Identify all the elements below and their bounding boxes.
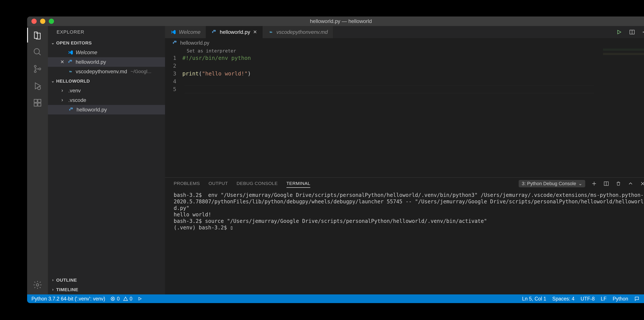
- status-language-mode[interactable]: Python: [612, 296, 628, 302]
- svg-point-12: [70, 60, 70, 61]
- panel-tab-bar: PROBLEMSOUTPUTDEBUG CONSOLETERMINAL 3: P…: [165, 178, 644, 190]
- terminal-output[interactable]: bash-3.2$ env "/Users/jemurray/Google Dr…: [165, 190, 644, 294]
- split-terminal-icon[interactable]: [603, 180, 610, 187]
- svg-point-18: [643, 32, 644, 33]
- chevron-right-icon: ›: [50, 278, 56, 282]
- timeline-header[interactable]: › TIMELINE: [48, 285, 165, 294]
- settings-gear-icon[interactable]: [32, 280, 43, 290]
- explorer-icon[interactable]: [32, 30, 43, 40]
- minimap[interactable]: [603, 48, 644, 55]
- split-editor-icon[interactable]: [628, 28, 636, 36]
- tab-label: vscodepythonvenv.md: [276, 29, 328, 35]
- markdown-file-icon: [268, 29, 274, 35]
- activity-bar: [27, 26, 48, 294]
- tab-bar: Welcomehelloworld.py✕vscodepythonvenv.md: [165, 26, 644, 38]
- status-python-interpreter[interactable]: Python 3.7.2 64-bit ('.venv': venv): [32, 296, 105, 302]
- svg-point-2: [34, 65, 36, 67]
- open-editor-path: ~/Googl...: [130, 69, 151, 74]
- folder-item[interactable]: ›.vscode: [48, 96, 165, 105]
- editor-group: Welcomehelloworld.py✕vscodepythonvenv.md: [165, 26, 644, 294]
- tab-label: Welcome: [179, 29, 200, 35]
- status-run-icon[interactable]: [138, 296, 142, 301]
- maximize-panel-icon[interactable]: [627, 180, 634, 187]
- python-file-icon: [172, 40, 178, 46]
- explorer-sidebar: EXPLORER ⌄ OPEN EDITORS Welcome✕hellowor…: [48, 26, 165, 294]
- terminal-selector[interactable]: 3: Python Debug Console ⌄: [519, 180, 585, 187]
- current-line-highlight: [184, 86, 594, 93]
- tree-item-label: .venv: [68, 88, 81, 94]
- panel-tab-debug-console[interactable]: DEBUG CONSOLE: [236, 180, 278, 188]
- file-item[interactable]: helloworld.py: [48, 105, 165, 114]
- line-number: 4: [165, 78, 182, 86]
- extensions-icon[interactable]: [32, 98, 43, 108]
- vscode-window: helloworld.py — helloworld: [27, 16, 644, 303]
- tree-item-label: helloworld.py: [76, 107, 107, 113]
- run-debug-icon[interactable]: [32, 81, 43, 91]
- status-problems[interactable]: 0 0: [110, 296, 132, 302]
- status-bar: Python 3.7.2 64-bit ('.venv': venv) 0 0 …: [27, 294, 644, 303]
- title-bar: helloworld.py — helloworld: [27, 16, 644, 26]
- open-editor-label: helloworld.py: [76, 59, 106, 65]
- editor-tab[interactable]: helloworld.py✕: [206, 26, 262, 38]
- breadcrumb-file: helloworld.py: [180, 40, 209, 46]
- status-encoding[interactable]: UTF-8: [580, 296, 594, 302]
- fullscreen-window-button[interactable]: [49, 19, 54, 24]
- svg-rect-7: [34, 99, 37, 102]
- open-editor-item[interactable]: vscodepythonvenv.md~/Googl...: [48, 67, 165, 76]
- status-feedback-icon[interactable]: [634, 296, 640, 301]
- outline-header[interactable]: › OUTLINE: [48, 275, 165, 285]
- line-number: 2: [165, 62, 182, 70]
- panel-tab-terminal[interactable]: TERMINAL: [286, 180, 310, 188]
- status-cursor-position[interactable]: Ln 5, Col 1: [522, 296, 546, 302]
- svg-rect-9: [38, 103, 41, 106]
- new-terminal-icon[interactable]: [591, 180, 598, 187]
- code-editor[interactable]: Set as interpreter 1#!/usr/bin/env pytho…: [165, 48, 644, 177]
- close-icon[interactable]: ✕: [59, 59, 65, 65]
- window-controls: [32, 19, 54, 24]
- source-control-icon[interactable]: [32, 64, 43, 74]
- open-editor-label: vscodepythonvenv.md: [76, 68, 127, 74]
- open-editor-label: Welcome: [76, 50, 97, 56]
- sidebar-title: EXPLORER: [48, 26, 165, 38]
- python-file-icon: [68, 107, 74, 113]
- more-actions-icon[interactable]: [642, 28, 644, 36]
- minimize-window-button[interactable]: [40, 19, 45, 24]
- svg-point-21: [174, 41, 174, 42]
- breadcrumb[interactable]: helloworld.py: [165, 38, 644, 48]
- search-icon[interactable]: [32, 47, 43, 57]
- svg-point-13: [70, 108, 71, 108]
- panel-tab-output[interactable]: OUTPUT: [208, 180, 228, 188]
- chevron-right-icon: ›: [61, 87, 66, 94]
- tab-label: helloworld.py: [220, 29, 250, 35]
- panel-tab-problems[interactable]: PROBLEMS: [174, 180, 200, 188]
- vscode-file-icon: [170, 29, 176, 35]
- editor-tab[interactable]: Welcome: [165, 26, 206, 38]
- open-editor-item[interactable]: ✕helloworld.py: [48, 57, 165, 67]
- status-indentation[interactable]: Spaces: 4: [552, 296, 574, 302]
- markdown-file-icon: [68, 68, 74, 74]
- editor-tab[interactable]: vscodepythonvenv.md: [262, 26, 333, 38]
- folder-header[interactable]: ⌄ HELLOWORLD: [48, 76, 165, 86]
- python-file-icon: [68, 59, 74, 65]
- svg-point-14: [213, 30, 214, 31]
- open-editor-item[interactable]: Welcome: [48, 48, 165, 57]
- folder-item[interactable]: ›.venv: [48, 86, 165, 96]
- chevron-right-icon: ›: [50, 287, 56, 292]
- close-panel-icon[interactable]: [640, 180, 644, 187]
- close-window-button[interactable]: [32, 19, 37, 24]
- chevron-down-icon: ⌄: [50, 79, 56, 84]
- kill-terminal-icon[interactable]: [615, 180, 622, 187]
- line-number: 3: [165, 70, 182, 78]
- svg-point-3: [34, 71, 36, 73]
- chevron-down-icon: ⌄: [50, 40, 56, 45]
- codelens-set-interpreter[interactable]: Set as interpreter: [165, 48, 644, 54]
- open-editors-header[interactable]: ⌄ OPEN EDITORS: [48, 38, 165, 48]
- status-eol[interactable]: LF: [601, 296, 607, 302]
- svg-point-0: [34, 48, 40, 54]
- svg-marker-31: [139, 297, 142, 300]
- vscode-file-icon: [68, 50, 74, 56]
- run-file-icon[interactable]: [616, 28, 622, 36]
- code-line: #!/usr/bin/env python: [182, 54, 251, 62]
- close-tab-icon[interactable]: ✕: [253, 29, 257, 35]
- chevron-right-icon: ›: [61, 97, 66, 103]
